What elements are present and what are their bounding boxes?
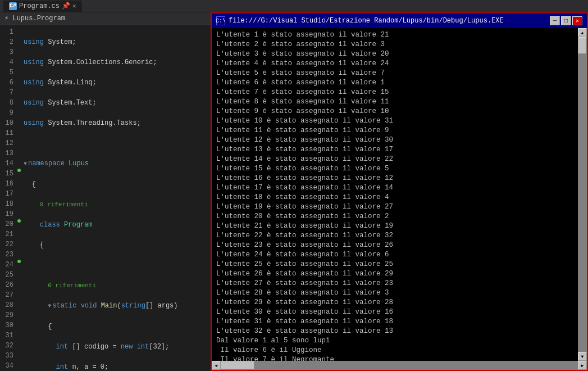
breakpoint-3 <box>17 260 21 263</box>
scroll-v-thumb[interactable] <box>578 37 586 54</box>
title-bar: C# Program.cs 📌 ✕ <box>0 0 588 12</box>
scroll-left-arrow[interactable]: ◄ <box>212 361 221 370</box>
scroll-up-arrow[interactable]: ▲ <box>578 28 587 37</box>
scroll-down-arrow[interactable]: ▼ <box>578 352 587 361</box>
line-numbers: 12345 678910 1112131415 1617181920 21222… <box>0 25 17 371</box>
console-inner: L'utente 1 è stato assegnato il valore 2… <box>212 28 587 361</box>
breakpoint-2 <box>17 219 21 223</box>
console-title-text: file:///G:/Visual Studio/Estrazione Rand… <box>229 17 550 25</box>
console-title-bar: C:\ file:///G:/Visual Studio/Estrazione … <box>212 13 587 28</box>
code-area[interactable]: 12345 678910 1112131415 1617181920 21222… <box>0 25 211 371</box>
maximize-button[interactable]: □ <box>561 16 571 25</box>
pin-icon[interactable]: 📌 <box>62 2 70 10</box>
console-icon: C:\ <box>216 16 225 25</box>
minimize-button[interactable]: ─ <box>550 16 560 25</box>
scroll-h-thumb[interactable] <box>221 361 254 369</box>
scroll-h-track[interactable] <box>221 361 578 370</box>
console-scrollbar-v[interactable]: ▲ ▼ <box>578 28 587 361</box>
close-icon[interactable]: ✕ <box>72 2 76 10</box>
main-area: ⚡ Lupus.Program 12345 678910 1112131415 … <box>0 12 588 371</box>
console-output[interactable]: L'utente 1 è stato assegnato il valore 2… <box>212 28 578 361</box>
code-indicators <box>17 25 21 371</box>
breadcrumb: ⚡ Lupus.Program <box>0 12 211 25</box>
close-button[interactable]: ✕ <box>572 16 582 25</box>
tab-label: Program.cs <box>19 2 60 10</box>
cs-icon: C# <box>9 2 17 10</box>
console-controls: ─ □ ✕ <box>550 16 582 25</box>
console-window: C:\ file:///G:/Visual Studio/Estrazione … <box>211 12 588 371</box>
console-scrollbar-h[interactable]: ◄ ► <box>212 361 587 370</box>
scroll-right-arrow[interactable]: ► <box>578 361 587 370</box>
code-content: using System; using System.Collections.G… <box>21 25 211 371</box>
file-tab[interactable]: C# Program.cs 📌 ✕ <box>3 1 82 12</box>
breakpoint-1 <box>17 169 21 172</box>
editor-panel: ⚡ Lupus.Program 12345 678910 1112131415 … <box>0 12 211 371</box>
breadcrumb-text: ⚡ Lupus.Program <box>4 14 65 22</box>
scroll-v-track[interactable] <box>578 37 587 352</box>
console-text: L'utente 1 è stato assegnato il valore 2… <box>216 30 573 359</box>
console-body-wrapper: L'utente 1 è stato assegnato il valore 2… <box>212 28 587 370</box>
